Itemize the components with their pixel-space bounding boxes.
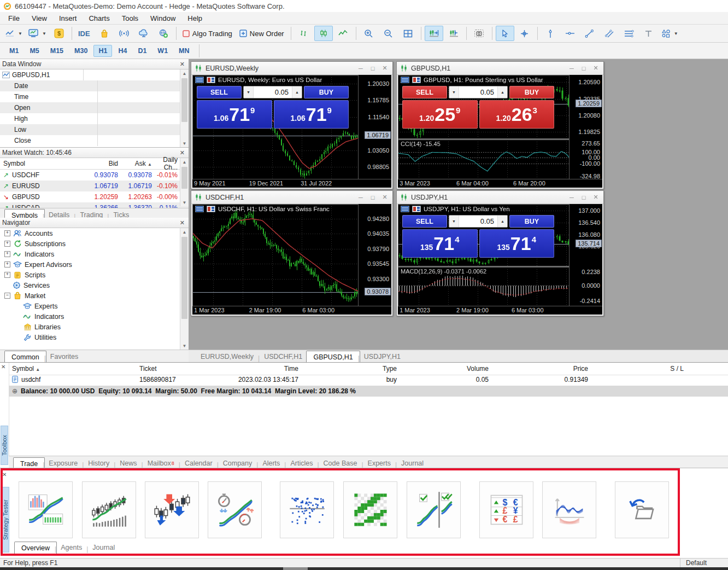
close-icon[interactable]: ✕ [178,149,186,156]
tree-expand-icon[interactable]: + [4,261,10,267]
chart-window-usdjpy-h1[interactable]: USDJPY,H1─□✕MACD(12,26,9) -0.0371 -0.006… [396,190,604,316]
quotes-table-icon[interactable] [195,206,204,212]
maximize-icon[interactable]: □ [368,65,377,72]
chart-window-titlebar[interactable]: USDCHF,H1─□✕ [191,191,392,204]
tree-expand-icon[interactable]: + [4,272,10,278]
minimize-icon[interactable]: ─ [356,194,365,201]
navigator-item-indicators[interactable]: +Indicators [0,249,189,259]
close-icon[interactable]: ✕ [591,194,600,201]
toolbox-tab-news[interactable]: News [113,458,143,469]
screenshot-button[interactable] [470,26,489,41]
close-icon[interactable]: ✕ [1,364,5,370]
maximize-icon[interactable]: □ [579,65,588,72]
trendline-button[interactable] [580,26,599,41]
trade-column-type[interactable]: Type [383,365,397,373]
chart-mini-icon[interactable] [207,77,215,83]
strategy-tester-vertical-label[interactable]: Strategy Tester [2,487,9,552]
tree-expand-icon[interactable]: − [4,293,10,299]
close-icon[interactable]: ✕ [380,65,389,72]
navigator-item-accounts[interactable]: +Accounts [0,228,189,239]
time-axis[interactable]: 9 May 202119 Dec 202131 Jul 2022 [192,179,391,188]
navigator-item-subscriptions[interactable]: +Subscriptions [0,239,189,249]
navigator-item-indicators[interactable]: Indicators [0,311,189,322]
candles-button[interactable] [314,26,333,41]
ask-quote[interactable]: 1.20263 [479,100,555,129]
chart-window-eurusd-weekly[interactable]: EURUSD,Weekly─□✕1.200301.157851.115401.0… [191,61,393,189]
quotes-table-icon[interactable] [195,77,204,83]
navigator-item-market[interactable]: −Market [0,290,189,301]
objects-button[interactable]: ▼ [659,26,680,41]
maximize-icon[interactable]: □ [579,194,588,201]
market-watch-row-usdchf[interactable]: ↗USDCHF 0.93078 0.93078 -0.01% [0,170,189,181]
timeframe-m15[interactable]: M15 [45,45,68,57]
tester-tab-overview[interactable]: Overview [14,542,57,554]
tester-tile-forward-test[interactable] [407,481,461,538]
toolbox-tab-articles[interactable]: Articles [284,458,319,469]
trade-column-volume[interactable]: Volume [467,365,489,373]
close-icon[interactable]: ✕ [591,65,600,72]
navigator-scrollbar[interactable]: ▲▼ [180,228,189,350]
toolbox-vertical-label[interactable]: Toolbox [1,426,8,465]
toolbox-tab-mailbox[interactable]: Mailbox8 [141,458,181,469]
tester-tab-journal[interactable]: Journal [86,542,121,553]
zoom-in-button[interactable] [360,26,378,41]
tester-tile-math-calculations[interactable] [542,481,596,538]
auto-scroll-button[interactable] [444,26,463,41]
volume-decrease-icon[interactable]: ▼ [449,216,459,227]
ide-button[interactable]: IDE [75,26,94,41]
line-chart-button[interactable] [334,26,353,41]
close-icon[interactable]: ✕ [2,472,7,478]
chart-window-titlebar[interactable]: USDJPY,H1─□✕ [397,191,603,204]
crosshair-button[interactable] [515,26,534,41]
market-watch-row-eurusd[interactable]: ↗EURUSD 1.06719 1.06719 -0.10% [0,181,189,191]
tester-tile-market-scanner[interactable]: $€£¥€£ [479,481,533,538]
maximize-icon[interactable]: □ [368,194,377,201]
chart-window-usdchf-h1[interactable]: USDCHF,H1─□✕0.942800.940350.937900.93545… [191,190,393,316]
market-watch-scrollbar[interactable]: ▲▼ [180,158,189,206]
profile-button[interactable]: ▼ [26,26,49,41]
tester-tab-agents[interactable]: Agents [54,542,89,553]
trade-position-row[interactable]: usdchf15868908172023.02.03 13:45:17buy0.… [9,375,728,386]
tile-windows-button[interactable] [399,26,418,41]
tester-tile-single-test-chart[interactable] [82,481,136,538]
time-axis[interactable]: 3 Mar 20236 Mar 04:006 Mar 20:00 [398,179,602,188]
minimize-icon[interactable]: ─ [356,65,365,72]
zoom-out-button[interactable] [379,26,398,41]
menu-file[interactable]: File [2,12,26,24]
market-watch-column-ask[interactable]: Ask ▲ [118,160,152,167]
chart-tab-usdchf,h1[interactable]: USDCHF,H1 [257,351,309,362]
timeframe-h4[interactable]: H4 [113,45,132,57]
minimize-icon[interactable]: ─ [567,194,576,201]
toolbox-tab-history[interactable]: History [81,458,116,469]
close-icon[interactable]: ✕ [380,194,389,201]
market-watch-column-bid[interactable]: Bid [84,160,118,167]
menu-view[interactable]: View [26,12,53,24]
tester-tile-optimization-scatter[interactable] [280,481,334,538]
toolbox-tab-journal[interactable]: Journal [395,458,430,469]
minimize-icon[interactable]: ─ [567,65,576,72]
quotes-table-icon[interactable] [401,77,409,83]
cloud-button[interactable] [134,26,153,41]
timeframe-w1[interactable]: W1 [152,45,173,57]
price-axis[interactable]: 137.000136.540136.080135.620135.7140.223… [569,204,602,306]
buy-button[interactable]: BUY [509,86,554,98]
tree-expand-icon[interactable]: + [4,241,10,247]
volume-decrease-icon[interactable]: ▼ [244,86,253,98]
price-axis[interactable]: 0.942800.940350.937900.935450.933000.930… [358,204,391,306]
toolbox-tab-company[interactable]: Company [216,458,259,469]
sell-button[interactable]: SELL [402,86,447,98]
chart-type-button[interactable]: ▼ [3,26,25,41]
plus-circle-icon[interactable]: ⊕ [12,387,17,395]
volume-stepper[interactable]: ▼ 0.05 ▲ [449,86,508,98]
menu-tools[interactable]: Tools [116,12,144,24]
community-button[interactable] [154,26,173,41]
data-window-symbol-row[interactable]: GBPUSD,H1 [0,69,189,80]
market-watch-row-gbpusd[interactable]: ↘GBPUSD 1.20259 1.20263 -0.00% [0,191,189,202]
cursor-button[interactable] [496,26,514,41]
price-axis[interactable]: 1.205901.203351.200801.198251.20259273.6… [569,75,602,179]
timeframe-m30[interactable]: M30 [69,45,92,57]
chart-window-titlebar[interactable]: GBPUSD,H1─□✕ [397,62,603,75]
dollar-button[interactable]: $ [50,26,68,41]
price-chart-canvas[interactable] [192,204,359,306]
time-axis[interactable]: 1 Mar 20232 Mar 19:006 Mar 03:00 [192,306,391,315]
